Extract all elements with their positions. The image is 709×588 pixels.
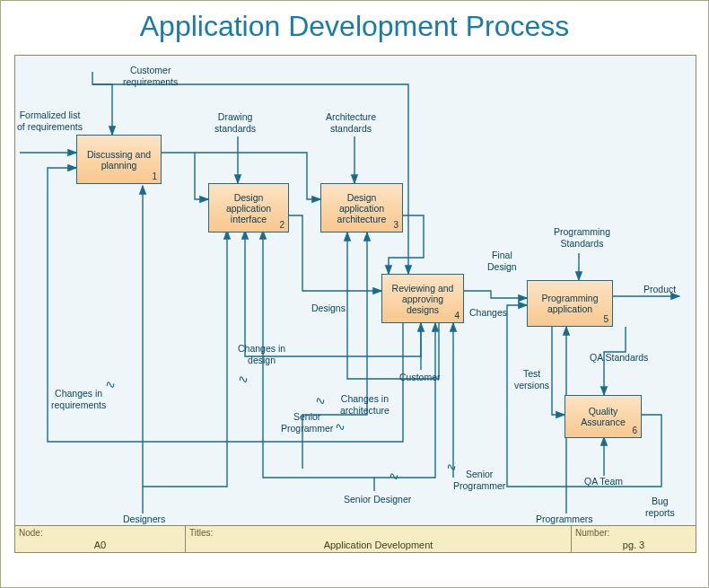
label-customer-requirements: Customer requirements	[123, 65, 178, 87]
label-changes-in-design: Changes in design	[238, 343, 285, 365]
footer: Node: A0 Titles: Application Development…	[15, 525, 696, 552]
box-number: 1	[152, 171, 157, 181]
box-label: Discussing and planning	[81, 149, 157, 171]
footer-node-header: Node:	[19, 528, 43, 538]
footer-number-value: pg. 3	[575, 540, 692, 550]
footer-title-value: Application Development	[189, 540, 567, 550]
label-final-design: Final Design	[487, 250, 517, 272]
box-number: 6	[632, 426, 637, 435]
box-quality-assurance: Quality Assurance 6	[565, 395, 642, 438]
footer-number-header: Number:	[575, 528, 609, 538]
label-drawing-standards: Drawing standards	[214, 111, 256, 134]
label-senior-programmer-2: Senior Programmer	[453, 469, 505, 491]
label-programming-standards: Programming Standards	[554, 226, 610, 249]
footer-title-header: Titles:	[189, 528, 213, 538]
label-senior-designer: Senior Designer	[344, 494, 411, 505]
box-label: Design application interface	[213, 192, 284, 224]
label-formalized-list: Formalized list of requirements	[17, 110, 83, 132]
label-architecture-standards: Architecture standards	[326, 111, 376, 134]
label-changes: Changes	[469, 307, 507, 319]
box-reviewing-designs: Reviewing and approving designs 4	[381, 274, 464, 323]
label-designers: Designers	[123, 513, 165, 525]
box-label: Programming application	[531, 293, 608, 314]
footer-title: Titles: Application Development	[186, 526, 572, 552]
footer-node: Node: A0	[15, 526, 186, 552]
label-customer: Customer	[399, 372, 441, 383]
box-programming-app: Programming application 5	[527, 280, 613, 327]
page-title: Application Development Process	[1, 1, 708, 48]
label-changes-in-requirements: Changes in requirements	[51, 388, 106, 410]
footer-number: Number: pg. 3	[572, 526, 696, 552]
label-qa-standards: QA Standards	[590, 352, 648, 364]
label-programmers: Programmers	[536, 513, 593, 525]
label-designs: Designs	[311, 303, 346, 314]
label-test-versions: Test versions	[514, 368, 549, 391]
box-number: 5	[603, 314, 608, 324]
box-label: Reviewing and approving designs	[386, 283, 460, 315]
label-senior-programmer-1: Senior Programmer	[281, 411, 333, 434]
label-product: Product	[643, 284, 676, 295]
box-design-architecture: Design application architecture 3	[320, 183, 403, 233]
box-number: 2	[279, 220, 284, 230]
label-qa-team: QA Team	[584, 476, 623, 487]
page: Application Development Process	[0, 0, 709, 588]
diagram-canvas: Discussing and planning 1 Design applica…	[14, 55, 696, 553]
footer-node-value: A0	[19, 540, 181, 550]
box-discussing-planning: Discussing and planning 1	[76, 135, 162, 184]
label-bug-reports: Bug reports	[645, 496, 675, 518]
box-number: 3	[393, 220, 398, 230]
box-number: 4	[454, 311, 460, 320]
box-label: Design application architecture	[325, 192, 398, 224]
box-label: Quality Assurance	[569, 406, 637, 427]
box-design-interface: Design application interface 2	[208, 183, 289, 233]
label-changes-in-architecture: Changes in architecture	[340, 393, 390, 416]
